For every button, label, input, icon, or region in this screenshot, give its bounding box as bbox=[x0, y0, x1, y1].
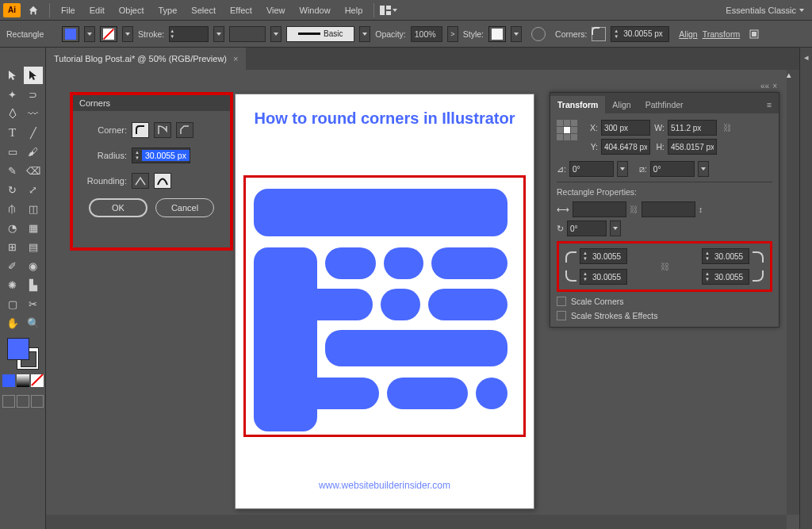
rect-rotate-dropdown[interactable] bbox=[610, 220, 621, 236]
cancel-button[interactable]: Cancel bbox=[155, 198, 214, 217]
rect-rotate-field[interactable] bbox=[567, 220, 607, 236]
menu-object[interactable]: Object bbox=[113, 2, 151, 18]
corner-tl-icon[interactable] bbox=[564, 250, 576, 263]
corner-br-field[interactable]: ▲▼ bbox=[702, 269, 749, 285]
mesh-tool[interactable]: ⊞ bbox=[3, 238, 22, 255]
rounding-absolute-button[interactable] bbox=[132, 173, 149, 189]
corner-tr-icon[interactable] bbox=[753, 250, 765, 263]
radius-field[interactable]: ▲▼ 30.0055 px bbox=[132, 148, 190, 163]
type-tool[interactable]: T bbox=[3, 124, 22, 141]
perspective-grid-tool[interactable]: ▦ bbox=[24, 219, 43, 236]
rounded-rect[interactable] bbox=[431, 247, 508, 279]
close-icon[interactable]: × bbox=[233, 54, 238, 63]
corner-tr-field[interactable]: ▲▼ bbox=[702, 248, 749, 264]
pen-tool[interactable] bbox=[3, 105, 22, 122]
draw-mode-row[interactable] bbox=[2, 395, 44, 408]
curvature-tool[interactable]: 〰 bbox=[24, 105, 43, 122]
document-tab[interactable]: Tutorial Blog Post.ai* @ 50% (RGB/Previe… bbox=[46, 48, 246, 70]
rectangle-tool[interactable]: ▭ bbox=[3, 143, 22, 160]
link-wh-icon[interactable]: ⛓ bbox=[723, 123, 732, 132]
opacity-field[interactable] bbox=[411, 26, 442, 42]
shear-dropdown[interactable] bbox=[698, 161, 709, 177]
artboard-tool[interactable]: ▢ bbox=[3, 295, 22, 312]
rounded-rect[interactable] bbox=[325, 247, 376, 279]
style-dropdown[interactable] bbox=[511, 26, 522, 42]
shaper-tool[interactable]: ✎ bbox=[3, 162, 22, 179]
w-field[interactable] bbox=[668, 120, 717, 136]
eraser-tool[interactable]: ⌫ bbox=[24, 162, 43, 179]
corner-bl-field[interactable]: ▲▼ bbox=[580, 269, 627, 285]
column-graph-tool[interactable]: ▙ bbox=[24, 276, 43, 293]
stroke-weight-field[interactable]: ▲▼ bbox=[169, 26, 209, 42]
lasso-tool[interactable]: ⊃ bbox=[24, 86, 43, 103]
menu-file[interactable]: File bbox=[55, 2, 82, 18]
corner-bl-icon[interactable] bbox=[564, 270, 576, 283]
menu-edit[interactable]: Edit bbox=[83, 2, 111, 18]
tab-transform[interactable]: Transform bbox=[550, 96, 605, 113]
tab-pathfinder[interactable]: Pathfinder bbox=[638, 96, 691, 113]
panel-menu-icon[interactable]: ≡ bbox=[760, 96, 779, 113]
transform-link[interactable]: Transform bbox=[703, 29, 740, 39]
fill-dropdown[interactable] bbox=[84, 26, 95, 42]
selection-tool[interactable] bbox=[3, 67, 22, 84]
brush-definition[interactable]: Basic bbox=[286, 26, 354, 42]
align-link[interactable]: Align bbox=[679, 29, 697, 39]
corner-radius-field[interactable]: ▲▼ bbox=[611, 26, 669, 42]
corner-round-button[interactable] bbox=[132, 122, 149, 138]
opacity-dropdown[interactable]: > bbox=[447, 26, 458, 42]
zoom-tool[interactable]: 🔍 bbox=[24, 314, 43, 332]
recolor-artwork-icon[interactable] bbox=[531, 27, 546, 41]
magic-wand-tool[interactable]: ✦ bbox=[3, 86, 22, 103]
gradient-tool[interactable]: ▤ bbox=[24, 238, 43, 255]
variable-width-profile[interactable] bbox=[229, 26, 266, 42]
vertical-scrollbar[interactable]: ▴ bbox=[787, 70, 799, 515]
brush-dropdown[interactable] bbox=[359, 26, 370, 42]
width-tool[interactable]: ⫛ bbox=[3, 200, 22, 217]
eyedropper-tool[interactable]: ✐ bbox=[3, 257, 22, 274]
scale-tool[interactable]: ⤢ bbox=[24, 181, 43, 198]
arrange-documents-icon[interactable] bbox=[379, 2, 398, 19]
line-tool[interactable]: ╱ bbox=[24, 124, 43, 141]
corner-chamfer-button[interactable] bbox=[176, 122, 193, 138]
rounded-rect[interactable] bbox=[387, 378, 468, 409]
reference-point-grid[interactable] bbox=[557, 120, 577, 140]
paintbrush-tool[interactable]: 🖌 bbox=[24, 143, 43, 160]
rounded-rect[interactable] bbox=[293, 378, 379, 409]
rounded-rect[interactable] bbox=[384, 247, 423, 279]
x-field[interactable] bbox=[601, 120, 650, 136]
link-corners-icon[interactable]: ⛓ bbox=[661, 262, 669, 271]
rounded-rect[interactable] bbox=[325, 330, 508, 366]
rounding-relative-button[interactable] bbox=[154, 173, 171, 189]
rect-height-field[interactable] bbox=[642, 201, 695, 217]
shape-builder-tool[interactable]: ◔ bbox=[3, 219, 22, 236]
slice-tool[interactable]: ✂ bbox=[24, 295, 43, 312]
menu-select[interactable]: Select bbox=[185, 2, 222, 18]
isolate-icon[interactable] bbox=[745, 25, 764, 43]
tab-align[interactable]: Align bbox=[605, 96, 638, 113]
stroke-weight-dropdown[interactable] bbox=[213, 26, 224, 42]
menu-view[interactable]: View bbox=[260, 2, 292, 18]
right-panel-rail[interactable]: ◂ bbox=[799, 48, 812, 529]
free-transform-tool[interactable]: ◫ bbox=[24, 200, 43, 217]
graphic-style-swatch[interactable] bbox=[488, 26, 506, 42]
fill-stroke-control[interactable] bbox=[7, 338, 39, 370]
home-icon[interactable] bbox=[25, 2, 41, 18]
h-field[interactable] bbox=[668, 139, 717, 155]
panel-collapse-close[interactable]: ««× bbox=[760, 82, 777, 90]
color-mode-row[interactable] bbox=[2, 374, 44, 387]
blend-tool[interactable]: ◉ bbox=[24, 257, 43, 274]
workspace-switcher[interactable]: Essentials Classic bbox=[721, 4, 809, 17]
link-rect-wh-icon[interactable]: ⛓ bbox=[630, 205, 638, 214]
rounded-rect[interactable] bbox=[254, 189, 508, 236]
scale-corners-checkbox[interactable]: Scale Corners bbox=[557, 297, 772, 306]
rounded-rect[interactable] bbox=[476, 378, 508, 409]
corner-tl-field[interactable]: ▲▼ bbox=[580, 248, 627, 264]
horizontal-scrollbar[interactable] bbox=[46, 515, 787, 529]
rotate-field[interactable] bbox=[569, 161, 614, 177]
stroke-dropdown[interactable] bbox=[122, 26, 133, 42]
rounded-rect[interactable] bbox=[381, 289, 420, 320]
vwp-dropdown[interactable] bbox=[270, 26, 282, 42]
menu-help[interactable]: Help bbox=[339, 2, 370, 18]
fill-swatch[interactable] bbox=[62, 26, 79, 42]
menu-window[interactable]: Window bbox=[293, 2, 337, 18]
